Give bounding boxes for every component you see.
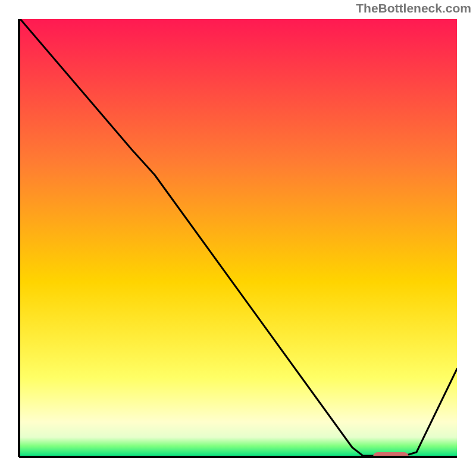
watermark-text: TheBottleneck.com (356, 1, 471, 15)
chart-container: TheBottleneck.com (0, 0, 476, 476)
bottleneck-chart (0, 0, 476, 476)
plot-background-gradient (19, 19, 457, 457)
